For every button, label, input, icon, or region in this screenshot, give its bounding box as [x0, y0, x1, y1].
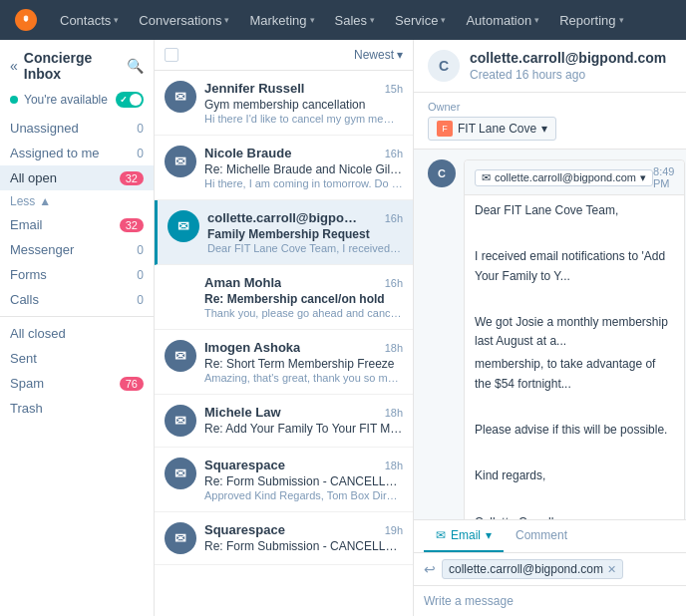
avatar: ✉ — [165, 458, 196, 489]
sender-row: Squarespace 19h — [204, 522, 403, 537]
compose-tab-comment[interactable]: Comment — [504, 520, 579, 552]
owner-tag[interactable]: F FIT Lane Cove ▾ — [428, 117, 556, 141]
toggle-track[interactable]: ✓ — [116, 92, 144, 108]
email-content: collette.carroll@bigpond.com 16h Family … — [207, 210, 403, 254]
list-item[interactable]: ✉ Nicole Braude 16h Re: Michelle Braude … — [155, 136, 413, 200]
nav-conversations[interactable]: Conversations ▾ — [131, 0, 237, 40]
sidebar-item-messenger[interactable]: Messenger 0 — [0, 237, 154, 262]
nav-reporting[interactable]: Reporting ▾ — [551, 0, 631, 40]
nav-marketing[interactable]: Marketing ▾ — [241, 0, 322, 40]
contact-email: collette.carroll@bigpond.com — [470, 50, 672, 66]
message-time: 8:49 PM — [653, 165, 674, 189]
select-all-checkbox[interactable] — [165, 48, 178, 62]
avatar: ✉ — [165, 522, 196, 554]
owner-section: Owner F FIT Lane Cove ▾ — [414, 93, 686, 150]
contact-info: C — [428, 50, 460, 82]
sales-chevron-icon: ▾ — [370, 15, 375, 25]
sidebar-search-icon[interactable]: 🔍 — [127, 58, 144, 74]
message-bubble: ✉ collette.carroll@bigpond.com ▾ 8:49 PM… — [464, 159, 685, 519]
email-content: Squarespace 19h Re: Form Submission - CA… — [204, 522, 403, 553]
email-content: Michele Law 18h Re: Add Your Family To Y… — [204, 405, 403, 436]
sidebar-less-toggle[interactable]: Less ▲ — [0, 190, 154, 212]
list-item[interactable]: ✉ Michele Law 18h Re: Add Your Family To… — [155, 395, 413, 448]
list-item[interactable]: ✉ Jennifer Russell 15h Gym membership ca… — [155, 71, 413, 136]
message-header: ✉ collette.carroll@bigpond.com ▾ 8:49 PM — [465, 160, 684, 195]
sender-row: Imogen Ashoka 18h — [204, 340, 403, 355]
nav-automation[interactable]: Automation ▾ — [458, 0, 547, 40]
compose-message-input[interactable]: Write a message — [414, 586, 686, 616]
sidebar-item-forms[interactable]: Forms 0 — [0, 262, 154, 287]
sidebar-back-icon[interactable]: « — [10, 58, 18, 74]
sidebar-item-sent[interactable]: Sent — [0, 346, 154, 371]
nav-sales[interactable]: Sales ▾ — [327, 0, 384, 40]
list-item[interactable]: Aman Mohla 16h Re: Membership cancel/on … — [155, 265, 413, 330]
list-item[interactable]: ✉ Imogen Ashoka 18h Re: Short Term Membe… — [155, 330, 413, 395]
list-item[interactable]: ✉ Squarespace 18h Re: Form Submission - … — [155, 448, 413, 512]
service-chevron-icon: ▾ — [441, 15, 446, 25]
toggle-check-icon: ✓ — [120, 95, 128, 105]
owner-label: Owner — [428, 101, 672, 113]
right-panel-header: C collette.carroll@bigpond.com Created 1… — [414, 40, 686, 93]
email-list-header: Newest ▾ — [155, 40, 413, 71]
sidebar: « Concierge Inbox 🔍 You're available ✓ U… — [0, 40, 155, 616]
sidebar-item-calls[interactable]: Calls 0 — [0, 287, 154, 312]
compose-to-chip[interactable]: collette.carroll@bigpond.com ✕ — [442, 559, 623, 579]
sort-button[interactable]: Newest ▾ — [354, 48, 403, 62]
nav-service[interactable]: Service ▾ — [387, 0, 454, 40]
sidebar-header: « Concierge Inbox 🔍 — [0, 40, 154, 88]
top-nav: Contacts ▾ Conversations ▾ Marketing ▾ S… — [0, 0, 686, 40]
sender-row: Michele Law 18h — [204, 405, 403, 420]
email-content: Squarespace 18h Re: Form Submission - CA… — [204, 458, 403, 501]
message-container: C ✉ collette.carroll@bigpond.com ▾ 8:49 … — [428, 159, 672, 519]
owner-chevron-icon: ▾ — [541, 122, 547, 136]
message-body: Dear FIT Lane Cove Team, I received emai… — [475, 201, 674, 519]
sort-chevron-icon: ▾ — [397, 48, 403, 62]
sender-row: Squarespace 18h — [204, 458, 403, 472]
available-text: You're available — [24, 93, 110, 107]
sidebar-item-spam[interactable]: Spam 76 — [0, 371, 154, 396]
email-content: Imogen Ashoka 18h Re: Short Term Members… — [204, 340, 403, 384]
avatar: ✉ — [165, 340, 196, 372]
avatar: ✉ — [165, 405, 196, 437]
avatar: ✉ — [165, 146, 196, 177]
list-item[interactable]: ✉ collette.carroll@bigpond.com 16h Famil… — [155, 200, 413, 265]
right-panel: C collette.carroll@bigpond.com Created 1… — [414, 40, 686, 616]
owner-name: FIT Lane Cove — [458, 122, 536, 136]
sender-row: collette.carroll@bigpond.com 16h — [207, 210, 403, 225]
available-row: You're available ✓ — [0, 88, 154, 116]
conversation-area: C ✉ collette.carroll@bigpond.com ▾ 8:49 … — [414, 150, 686, 519]
compose-tabs: ✉ Email ▾ Comment — [414, 520, 686, 553]
sidebar-item-unassigned[interactable]: Unassigned 0 — [0, 116, 154, 141]
compose-area: ✉ Email ▾ Comment ↩ collette.carroll@big… — [414, 519, 686, 616]
sidebar-item-all-closed[interactable]: All closed — [0, 321, 154, 346]
fit-logo-icon: F — [437, 121, 453, 137]
sidebar-title: Concierge Inbox — [24, 50, 121, 82]
sidebar-divider — [0, 316, 154, 317]
sidebar-item-all-open[interactable]: All open 32 — [0, 165, 154, 190]
sender-row: Jennifer Russell 15h — [204, 81, 403, 96]
list-item[interactable]: ✉ Squarespace 19h Re: Form Submission - … — [155, 512, 413, 565]
automation-chevron-icon: ▾ — [534, 15, 539, 25]
email-items: ✉ Jennifer Russell 15h Gym membership ca… — [155, 71, 413, 616]
message-from-email: ✉ collette.carroll@bigpond.com ▾ — [475, 169, 653, 186]
avatar: ✉ — [168, 210, 199, 242]
sidebar-item-trash[interactable]: Trash — [0, 396, 154, 421]
toggle-thumb — [130, 94, 142, 106]
sender-row: Nicole Braude 16h — [204, 146, 403, 160]
sidebar-item-email[interactable]: Email 32 — [0, 212, 154, 237]
contact-created: Created 16 hours ago — [470, 68, 672, 82]
email-content: Aman Mohla 16h Re: Membership cancel/on … — [204, 275, 403, 319]
reply-icon: ↩ — [424, 561, 436, 577]
marketing-chevron-icon: ▾ — [310, 15, 315, 25]
sidebar-item-assigned-to-me[interactable]: Assigned to me 0 — [0, 141, 154, 165]
conversations-chevron-icon: ▾ — [224, 15, 229, 25]
email-content: Jennifer Russell 15h Gym membership canc… — [204, 81, 403, 125]
nav-contacts[interactable]: Contacts ▾ — [52, 0, 127, 40]
available-toggle[interactable]: ✓ — [116, 92, 144, 108]
email-tab-icon: ✉ — [436, 528, 446, 542]
reporting-chevron-icon: ▾ — [619, 15, 624, 25]
chip-close-icon[interactable]: ✕ — [607, 563, 616, 576]
chevron-up-icon: ▲ — [39, 194, 51, 208]
hubspot-logo — [12, 6, 40, 34]
compose-tab-email[interactable]: ✉ Email ▾ — [424, 520, 504, 552]
